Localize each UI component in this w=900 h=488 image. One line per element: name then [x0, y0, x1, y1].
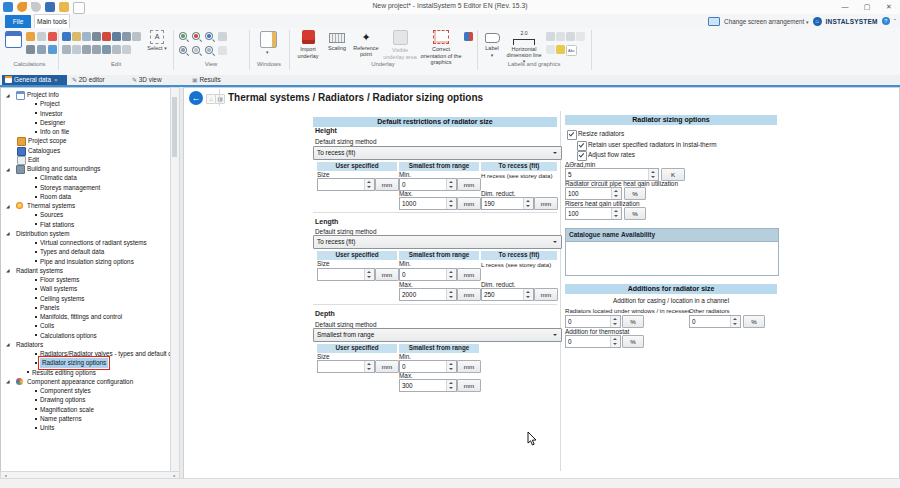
move-horizontal-icon[interactable]: [92, 45, 101, 54]
tree-item[interactable]: Wall systems: [1, 284, 171, 293]
length-method-select[interactable]: To recess (fit): [313, 235, 562, 249]
text-abc-icon[interactable]: Abc: [566, 45, 577, 56]
help-icon[interactable]: ?: [882, 17, 890, 25]
close-button[interactable]: ✕: [878, 0, 900, 13]
zoom-selection-icon[interactable]: [205, 32, 213, 40]
mirror-icon[interactable]: [112, 45, 121, 54]
align-icon[interactable]: [122, 32, 131, 41]
scaling-button[interactable]: Scaling: [324, 30, 350, 52]
viewport-icon[interactable]: [218, 46, 227, 55]
rooms-icon[interactable]: [37, 32, 46, 41]
dimension-line-button[interactable]: 2.0 Horizontal dimension line ▾: [505, 30, 543, 65]
tree-item[interactable]: Virtual connections of radiant systems: [1, 238, 171, 247]
tree-item[interactable]: Catalogues: [1, 146, 171, 155]
tree-item[interactable]: Results editing options: [1, 368, 171, 377]
tree-item[interactable]: ◢Distribution system: [1, 229, 171, 238]
tree-item[interactable]: ◢Component appearance configuration: [1, 377, 171, 386]
manage-underlays-icon[interactable]: [464, 32, 473, 41]
under-windows-unit-button[interactable]: %: [622, 315, 644, 328]
tree-item[interactable]: Coils: [1, 321, 171, 330]
other-radiators-input[interactable]: [689, 315, 741, 328]
tab-results[interactable]: ▣ Results: [192, 75, 221, 85]
tree-item[interactable]: Edit: [1, 155, 171, 164]
tree-item[interactable]: ◢Radiant systems: [1, 266, 171, 275]
pipe-heat-gain-input[interactable]: [565, 187, 622, 200]
layers-icon[interactable]: [102, 45, 111, 54]
tree-item[interactable]: Storeys management: [1, 183, 171, 192]
heat-load-icon[interactable]: [26, 32, 35, 41]
length-dim-reduct-input[interactable]: [481, 288, 534, 301]
tree-item[interactable]: Investor: [1, 109, 171, 118]
zoom-in-icon[interactable]: [179, 32, 187, 40]
zoom-extents-icon[interactable]: [218, 32, 227, 41]
thermostat-input[interactable]: [565, 335, 621, 348]
other-radiators-unit-button[interactable]: %: [743, 315, 765, 328]
height-size-input[interactable]: [317, 178, 375, 191]
tree-item[interactable]: Pipe and insulation sizing options: [1, 257, 171, 266]
group-graphics-icon[interactable]: [576, 32, 585, 41]
height-dim-reduct-input[interactable]: [481, 197, 534, 210]
pan-icon[interactable]: [179, 46, 187, 54]
calculation-options-icon[interactable]: [26, 45, 35, 54]
next-view-icon[interactable]: [205, 46, 213, 54]
rectangle-shape-icon[interactable]: [546, 45, 555, 54]
height-size-unit-button[interactable]: mm: [375, 178, 399, 191]
depth-method-select[interactable]: Smallest from range: [313, 328, 562, 342]
reference-point-button[interactable]: ✦ Reference point: [351, 30, 381, 58]
panel-toggle-icon[interactable]: ▦: [215, 94, 225, 104]
tab-3d-view[interactable]: ✎ 3D view: [132, 75, 162, 85]
tree-item[interactable]: Radiators/Radiator valves - types and de…: [1, 349, 171, 358]
tree-item[interactable]: Floor systems: [1, 275, 171, 284]
radiator-calc-icon[interactable]: [48, 32, 57, 41]
insert-row-icon[interactable]: [112, 32, 121, 41]
label-button[interactable]: Label▾: [481, 30, 503, 58]
tree-item[interactable]: Units: [1, 423, 171, 432]
tree-item[interactable]: Types and default data: [1, 247, 171, 256]
resize-radiators-checkbox[interactable]: [567, 130, 577, 140]
risers-heat-gain-unit-button[interactable]: %: [624, 207, 646, 220]
depth-size-unit-button[interactable]: mm: [375, 360, 399, 373]
depth-size-input[interactable]: [317, 360, 375, 373]
length-dim-reduct-unit-button[interactable]: mm: [534, 288, 558, 301]
height-dim-reduct-unit-button[interactable]: mm: [534, 197, 558, 210]
select-button[interactable]: A Select ▾: [144, 30, 170, 52]
length-size-unit-button[interactable]: mm: [375, 268, 399, 281]
tab-2d-editor[interactable]: ✎ 2D editor: [72, 75, 105, 85]
change-screen-arrangement[interactable]: Change screen arrangement ▾: [724, 18, 808, 25]
tree-item[interactable]: Radiator sizing options: [1, 358, 171, 367]
depth-min-unit-button[interactable]: mm: [457, 360, 481, 373]
tree-item[interactable]: Flat stations: [1, 220, 171, 229]
tree-item[interactable]: Magnification scale: [1, 405, 171, 414]
bring-front-icon[interactable]: [556, 32, 565, 41]
tab-general-data[interactable]: General data×: [2, 75, 67, 85]
tree-item[interactable]: Sources: [1, 210, 171, 219]
thermostat-unit-button[interactable]: %: [622, 335, 644, 348]
height-method-select[interactable]: To recess (fit): [313, 146, 562, 160]
length-max-unit-button[interactable]: mm: [457, 288, 481, 301]
windows-panels-icon[interactable]: [260, 31, 277, 48]
visible-underlay-area-button[interactable]: Visible underlay area: [383, 30, 417, 60]
back-button[interactable]: ←: [189, 91, 203, 105]
tree-vertical-scrollbar[interactable]: [170, 87, 180, 473]
length-size-input[interactable]: [317, 268, 375, 281]
depth-max-input[interactable]: [399, 379, 457, 392]
pipes-icon[interactable]: [37, 45, 46, 54]
tree-item[interactable]: ◢Radiators: [1, 340, 171, 349]
tree-item[interactable]: Ceiling systems: [1, 294, 171, 303]
length-min-input[interactable]: [399, 268, 457, 281]
tree-item[interactable]: Drawing options: [1, 395, 171, 404]
tree-item[interactable]: Manifolds, fittings and control: [1, 312, 171, 321]
previous-view-icon[interactable]: [192, 46, 200, 54]
pipe-heat-gain-unit-button[interactable]: %: [624, 187, 646, 200]
clipboard-icon[interactable]: [62, 45, 71, 54]
risers-heat-gain-input[interactable]: [565, 207, 622, 220]
length-min-unit-button[interactable]: mm: [457, 268, 481, 281]
correct-orientation-button[interactable]: Correct orientation of the graphics: [419, 30, 463, 65]
zoom-out-icon[interactable]: [192, 32, 200, 40]
calculations-table-icon[interactable]: [5, 31, 22, 48]
minimize-button[interactable]: —: [834, 0, 856, 13]
adjust-flow-rates-checkbox[interactable]: [577, 151, 587, 161]
undo-small-icon[interactable]: [62, 32, 71, 41]
paste-icon[interactable]: [72, 32, 81, 41]
tree-item[interactable]: Project scope: [1, 136, 171, 145]
